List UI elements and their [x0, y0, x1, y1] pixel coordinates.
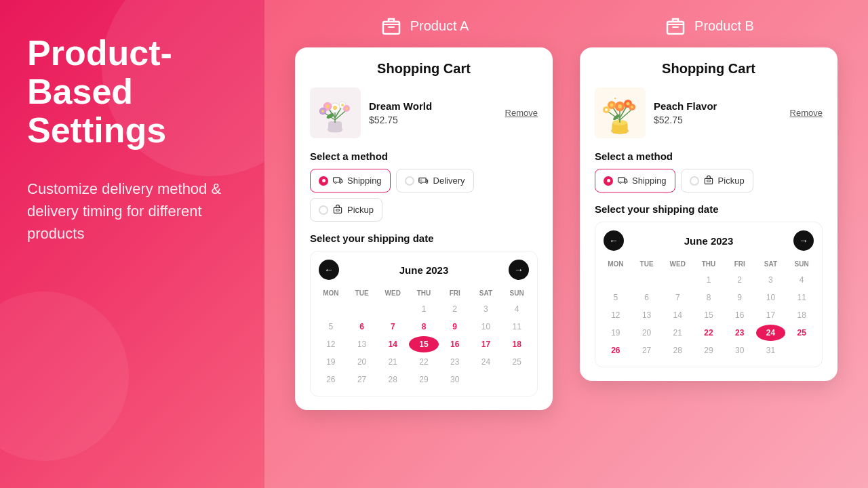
box-icon-product-b: [663, 14, 688, 38]
cart-item-product-a: Dream World $52.75 Remove: [310, 87, 538, 138]
cal-day-18: 18: [787, 307, 816, 323]
cal-day-10: 10: [471, 319, 501, 335]
svg-point-44: [627, 102, 630, 106]
svg-rect-20: [334, 178, 340, 182]
day-header: WED: [378, 287, 408, 300]
item-price-product-a: $52.75: [369, 115, 497, 125]
hero-title: Product-Based Settings: [27, 34, 237, 150]
cal-day-14: 14: [663, 307, 692, 323]
svg-point-52: [620, 182, 621, 183]
method-label-pickup-product-a: Pickup: [347, 205, 374, 215]
cal-day-11: 11: [502, 319, 532, 335]
cart-title-product-b: Shopping Cart: [595, 61, 823, 77]
cal-day-5: 5: [316, 319, 346, 335]
svg-point-15: [341, 104, 344, 106]
cal-day-26: 26: [316, 371, 346, 388]
cal-next-btn-product-a[interactable]: →: [509, 260, 529, 280]
day-header: SAT: [471, 287, 501, 300]
calendar-product-b: ← June 2023 → MONTUEWEDTHUFRISATSUN12345…: [595, 222, 823, 367]
cal-day-28: 28: [663, 342, 692, 359]
cal-day-17: 17: [756, 307, 786, 323]
cal-prev-btn-product-b[interactable]: ←: [604, 230, 624, 251]
cal-day-22[interactable]: 22: [694, 325, 724, 341]
cal-day-25[interactable]: 25: [787, 325, 816, 341]
cart-item-product-b: Peach Flavor $52.75 Remove: [595, 87, 823, 138]
svg-point-46: [605, 108, 608, 111]
method-delivery-product-a[interactable]: Delivery: [396, 169, 474, 192]
cal-day-20: 20: [347, 354, 377, 370]
cal-day-7[interactable]: 7: [378, 319, 408, 335]
cal-day-17[interactable]: 17: [471, 336, 501, 352]
product-header-product-a: Product A: [379, 14, 469, 38]
cal-day-3: 3: [756, 272, 786, 288]
svg-point-50: [614, 98, 616, 100]
svg-point-40: [618, 104, 622, 108]
radio-dot-pickup-product-b: [690, 176, 699, 186]
method-pickup-product-a[interactable]: Pickup: [310, 198, 382, 222]
day-header: SAT: [756, 258, 786, 270]
remove-button-product-a[interactable]: Remove: [505, 108, 538, 118]
cal-day-24[interactable]: 24: [756, 325, 786, 341]
svg-point-22: [340, 182, 341, 183]
method-shipping-product-b[interactable]: Shipping: [595, 169, 675, 192]
cal-prev-btn-product-a[interactable]: ←: [319, 260, 339, 280]
product-name-product-b: Product B: [694, 18, 754, 34]
cal-day-23[interactable]: 23: [725, 325, 755, 341]
card-product-a: Shopping Cart Dream World $52.75 R: [295, 47, 553, 410]
cal-day-25: 25: [502, 354, 532, 370]
calendar-product-a: ← June 2023 → MONTUEWEDTHUFRISATSUN12345…: [310, 251, 538, 396]
day-header: SUN: [502, 287, 532, 300]
cal-day-21: 21: [378, 354, 408, 370]
method-label-shipping-product-b: Shipping: [632, 176, 667, 186]
cal-day-20: 20: [632, 325, 662, 341]
cal-day-24: 24: [471, 354, 501, 370]
cart-img-product-a: [310, 87, 361, 138]
svg-point-42: [610, 104, 614, 107]
cal-day-29: 29: [694, 342, 724, 359]
day-header: TUE: [347, 287, 377, 300]
select-method-label-product-b: Select a method: [595, 150, 823, 162]
day-header: MON: [316, 287, 346, 300]
method-pickup-product-b[interactable]: Pickup: [681, 169, 753, 192]
products-row: Product A Shopping Cart Dream World $52.…: [285, 14, 848, 410]
cal-header-product-a: ← June 2023 →: [316, 260, 532, 280]
cal-day-18[interactable]: 18: [502, 336, 532, 352]
cal-day-14[interactable]: 14: [378, 336, 408, 352]
method-shipping-product-a[interactable]: Shipping: [310, 169, 391, 192]
method-icon-pickup-product-b: [703, 174, 714, 187]
cal-day-26[interactable]: 26: [601, 342, 631, 359]
cal-day-16[interactable]: 16: [440, 336, 470, 352]
svg-point-25: [426, 182, 427, 183]
cal-day-8[interactable]: 8: [409, 319, 439, 335]
cal-day-30: 30: [725, 342, 755, 359]
method-icon-shipping-product-b: [617, 174, 628, 187]
cal-day-19: 19: [316, 354, 346, 370]
item-name-product-b: Peach Flavor: [654, 100, 782, 112]
cal-day-21: 21: [663, 325, 692, 341]
cal-next-btn-product-b[interactable]: →: [793, 230, 814, 251]
cal-month-product-b: June 2023: [684, 235, 734, 247]
radio-dot-shipping-product-b: [604, 176, 613, 186]
select-date-label-product-a: Select your shipping date: [310, 232, 538, 244]
svg-point-13: [326, 105, 330, 108]
cal-day-9[interactable]: 9: [440, 319, 470, 335]
cal-month-product-a: June 2023: [399, 264, 449, 276]
cal-day-12: 12: [601, 307, 631, 323]
item-price-product-b: $52.75: [654, 115, 782, 125]
cal-day-13: 13: [632, 307, 662, 323]
method-icon-delivery-product-a: [418, 174, 429, 187]
remove-button-product-b[interactable]: Remove: [790, 108, 823, 118]
method-options-product-b: Shipping Pickup: [595, 169, 823, 192]
day-header: TUE: [632, 258, 662, 270]
svg-rect-27: [334, 207, 341, 213]
cal-day-2: 2: [725, 272, 755, 288]
method-icon-shipping-product-a: [332, 174, 343, 187]
radio-dot-shipping-product-a: [319, 176, 328, 186]
svg-rect-28: [336, 209, 340, 211]
cal-day-1: 1: [694, 272, 724, 288]
cal-day-10: 10: [756, 289, 786, 306]
cal-day-15[interactable]: 15: [409, 336, 439, 352]
cal-day-6[interactable]: 6: [347, 319, 377, 335]
product-header-product-b: Product B: [663, 14, 754, 38]
cal-day-27: 27: [347, 371, 377, 388]
